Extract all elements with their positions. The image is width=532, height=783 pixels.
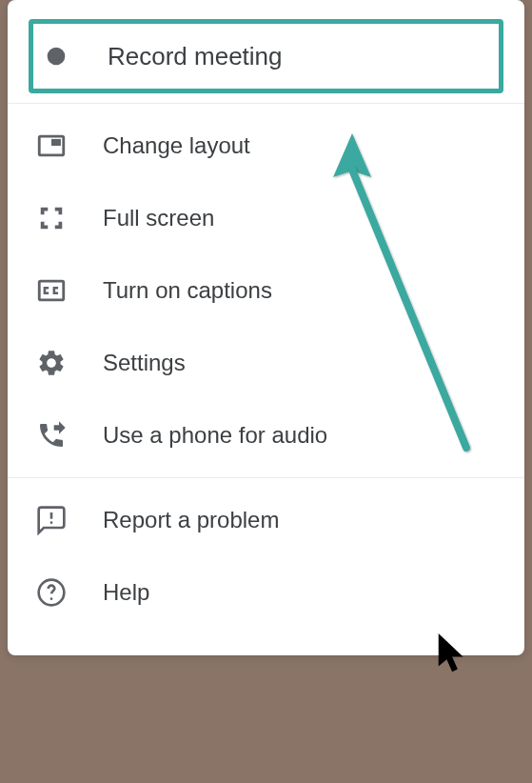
svg-point-7 — [50, 597, 53, 600]
menu-item-label: Report a problem — [103, 507, 279, 533]
feedback-icon — [34, 503, 69, 537]
menu-item-label: Use a phone for audio — [103, 422, 327, 449]
menu-item-record-meeting[interactable]: Record meeting — [29, 19, 503, 93]
menu-item-label: Record meeting — [108, 42, 283, 71]
menu-item-help[interactable]: Help — [8, 556, 524, 629]
record-icon — [39, 39, 73, 73]
svg-point-5 — [50, 521, 53, 524]
menu-item-report-problem[interactable]: Report a problem — [8, 484, 524, 556]
menu-item-full-screen[interactable]: Full screen — [8, 182, 524, 254]
menu-item-label: Change layout — [103, 132, 250, 159]
captions-icon — [34, 273, 69, 308]
menu-item-label: Help — [103, 579, 149, 606]
menu-item-change-layout[interactable]: Change layout — [8, 110, 524, 182]
menu-item-captions[interactable]: Turn on captions — [8, 254, 524, 327]
gear-icon — [34, 346, 69, 380]
menu-item-label: Turn on captions — [103, 277, 272, 304]
svg-point-0 — [48, 48, 66, 66]
phone-forward-icon — [34, 418, 69, 452]
layout-icon — [34, 129, 69, 163]
svg-rect-3 — [39, 281, 64, 300]
menu-item-settings[interactable]: Settings — [8, 327, 524, 399]
svg-rect-2 — [51, 139, 61, 146]
menu-panel: Record meeting Change layout Full screen… — [8, 0, 524, 655]
menu-item-label: Full screen — [103, 205, 214, 231]
menu-item-label: Settings — [103, 350, 186, 376]
divider — [8, 103, 524, 104]
divider — [8, 477, 524, 478]
menu-item-phone-audio[interactable]: Use a phone for audio — [8, 399, 524, 472]
help-icon — [34, 575, 69, 610]
fullscreen-icon — [34, 201, 69, 235]
